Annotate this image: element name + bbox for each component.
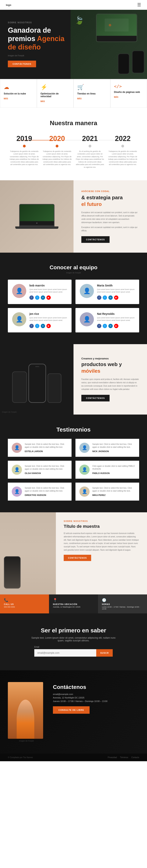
associate-section: Asóciese con Codal & estrategia para el … <box>0 180 147 253</box>
team-section: Conocer al equipo Imagen de Freepik 👤 bo… <box>0 253 147 344</box>
about-content: Sobre nosotros Título de muestra El artí… <box>56 512 147 594</box>
contact-title-plain: Contáctenos <box>53 684 86 690</box>
timeline-item-2020: 2020 Trabajamos de gestión de contenido … <box>41 134 74 166</box>
tw-icon-3[interactable]: t <box>35 324 40 328</box>
service-card-cloud: ☁ Solución en la nube MÁS <box>0 79 37 108</box>
team-label: Conocer al equipo <box>8 265 139 271</box>
team-social-2: f t in ▶ <box>97 296 135 300</box>
yt-icon[interactable]: ▶ <box>46 296 51 300</box>
service-card-speed: ⚡ Optimización de velocidad MÁS <box>37 79 74 108</box>
yt-icon-4[interactable]: ▶ <box>114 324 118 328</box>
about-info-call[interactable]: 📞 CALL US 999-999-9999 <box>0 594 49 613</box>
year-2022: 2022 <box>108 134 138 143</box>
test-name-3: OLGA IVANOVA <box>25 472 68 474</box>
menu-icon[interactable]: ☰ <box>137 2 141 7</box>
about-image <box>0 512 56 594</box>
testimonials-title: Testimonios <box>8 426 139 433</box>
service-link-cloud[interactable]: MÁS <box>4 98 8 100</box>
contact-person-image <box>8 682 43 739</box>
associate-subtitle: Asóciese con Codal <box>81 190 139 192</box>
team-avatar-3: 👤 <box>12 312 26 327</box>
team-avatar-4: 👤 <box>80 312 94 327</box>
contact-email: email@example.com <box>53 693 139 695</box>
team-name-3: jen rice <box>29 312 67 315</box>
about-cta-button[interactable]: CONTÁCTENOS <box>64 555 91 561</box>
footer-link-3[interactable]: Contacto <box>131 756 139 758</box>
service-title-shop: Tiendas en línea <box>77 92 107 95</box>
test-text-6: Sample text. Click to select the text bo… <box>92 487 135 492</box>
contact-img-credit: Imagen de Freepik <box>8 740 45 742</box>
footer-links: Privacidad Términos Contacto <box>108 756 139 758</box>
associate-title-plain: & estrategia para <box>81 194 123 200</box>
footer-link-1[interactable]: Privacidad <box>108 756 117 758</box>
contact-section: Imagen de Freepik Contáctenos email@exam… <box>0 670 147 754</box>
hero-cta-button[interactable]: CONTÁCTENOS <box>8 61 36 67</box>
in-icon-3[interactable]: in <box>41 324 45 328</box>
associate-image <box>0 180 73 253</box>
associate-title-highlight: el futuro <box>81 201 102 207</box>
newsletter-subscribe-button[interactable]: SUSCR <box>96 649 113 657</box>
hero-label: SOBRE NOSOTROS <box>8 22 67 24</box>
timeline-title: Nuestra manera <box>8 120 139 127</box>
products-title-plain: productos web y <box>81 361 122 367</box>
products-section: Imagen de Freepik Creamos y mejoramos pr… <box>0 344 147 414</box>
products-content: Creamos y mejoramos productos web y móvi… <box>73 344 147 414</box>
service-link-speed[interactable]: MÁS <box>41 100 45 102</box>
yt-icon-2[interactable]: ▶ <box>114 296 118 300</box>
testimonial-card-5: 👤 Sample text. Click to select the text … <box>8 483 72 501</box>
in-icon-2[interactable]: in <box>108 296 113 300</box>
team-info-3: jen rice Quis amet lorem lorem ipsum ame… <box>29 312 67 328</box>
team-info-2: Maria Smith Quis amet lorem lorem ipsum … <box>97 284 135 300</box>
about-info-hours[interactable]: 🕐 HORAS Lunes 10:00 – 17:00 / Viernes - … <box>98 594 147 613</box>
service-card-web: </> Diseño de páginas web MÁS <box>111 79 147 108</box>
about-title: Título de muestra <box>64 524 139 529</box>
contact-cta-button[interactable]: CONSULTE DE LIBRE <box>53 706 90 714</box>
test-text-3: Sample text. Click to select the text bo… <box>25 465 68 470</box>
hero-devices: 🍃 ● <box>71 10 147 79</box>
about-label: Sobre nosotros <box>64 520 139 522</box>
products-img-credit: Imagen de Freepik <box>2 411 17 413</box>
contact-title: Contáctenos <box>53 684 139 690</box>
timeline-desc-2020: Trabajamos de gestión de contenido Lorem… <box>42 150 72 166</box>
about-info-location[interactable]: 📍 NUESTRA UBICACIÓN Avenida, 12 Washingt… <box>49 594 98 613</box>
test-avatar-4: 👤 <box>79 465 90 475</box>
newsletter-email-input[interactable] <box>34 649 96 657</box>
service-title-web: Diseño de páginas web <box>114 91 144 93</box>
fb-icon-3[interactable]: f <box>29 324 34 328</box>
fb-icon-4[interactable]: f <box>97 324 101 328</box>
service-link-web[interactable]: MÁS <box>114 96 118 98</box>
footer-bar: © Compilado por Tos Names Privacidad Tér… <box>0 754 147 761</box>
service-link-shop[interactable]: MÁS <box>77 98 81 100</box>
tw-icon-2[interactable]: t <box>103 296 107 300</box>
test-content-5: Sample text. Click to select the text bo… <box>25 487 68 496</box>
test-avatar-2: 👤 <box>79 443 90 453</box>
fb-icon-2[interactable]: f <box>97 296 101 300</box>
footer-link-2[interactable]: Términos <box>120 756 128 758</box>
yt-icon-3[interactable]: ▶ <box>46 324 51 328</box>
test-content-2: Sample text. Click to select the text bo… <box>92 443 135 453</box>
team-img-credit: Imagen de Freepik <box>8 272 139 274</box>
timeline-item-2022: 2022 Trabajamos de gestión de contenido … <box>106 134 139 166</box>
newsletter-form: SUSCR <box>34 649 113 657</box>
tw-icon-4[interactable]: t <box>103 324 107 328</box>
in-icon[interactable]: in <box>41 296 45 300</box>
contact-address: Avenida, 12 Northlight DC 22025 <box>53 696 139 699</box>
products-image: Imagen de Freepik <box>0 344 73 414</box>
newsletter-input-label: Email <box>34 646 113 648</box>
team-social-4: f t in ▶ <box>97 324 135 328</box>
testimonial-card-4: 👤 Click again or double click to start e… <box>75 461 139 479</box>
products-cta-button[interactable]: CONTÁCTENOS <box>81 395 109 401</box>
tw-icon[interactable]: t <box>35 296 40 300</box>
shop-icon: 🛒 <box>77 84 107 90</box>
testimonial-card-3: 👤 Sample text. Click to select the text … <box>8 461 72 479</box>
contact-hours: Jueves 10:00 – 17:00 / Viernes – Domingo… <box>53 700 139 702</box>
products-label: Creamos y mejoramos <box>81 357 139 360</box>
navbar: logo ☰ <box>0 0 147 10</box>
team-card-2: 👤 Maria Smith Quis amet lorem lorem ipsu… <box>75 280 139 304</box>
team-name-2: Maria Smith <box>97 284 135 287</box>
fb-icon[interactable]: f <box>29 296 34 300</box>
timeline-desc-2022: Trabajamos de gestión de contenido Lorem… <box>108 150 138 166</box>
contact-image-col: Imagen de Freepik <box>8 682 45 742</box>
associate-cta-button[interactable]: CONTÁCTENOS <box>81 236 109 243</box>
in-icon-4[interactable]: in <box>108 324 113 328</box>
